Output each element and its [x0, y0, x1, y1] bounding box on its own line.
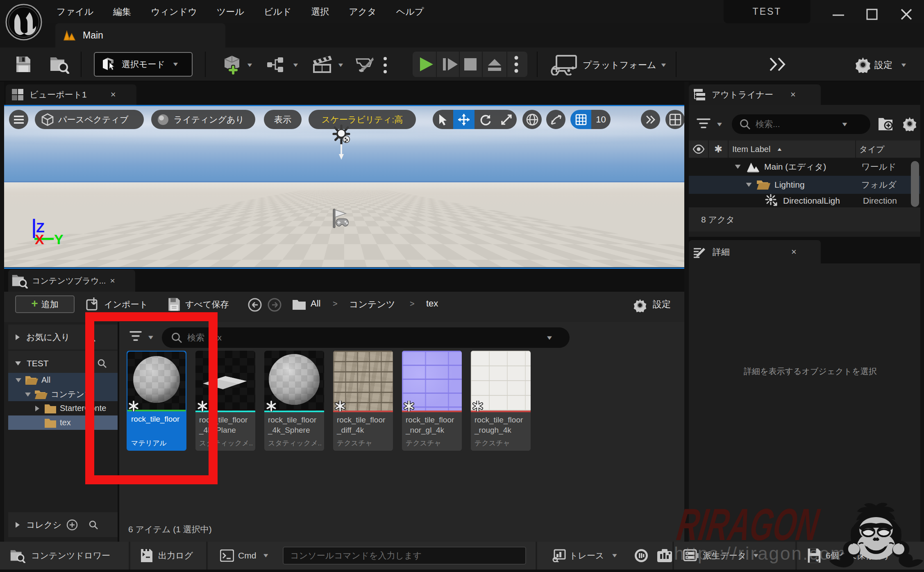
svg-text:X: X: [35, 232, 44, 247]
svg-text:Y: Y: [54, 232, 64, 247]
